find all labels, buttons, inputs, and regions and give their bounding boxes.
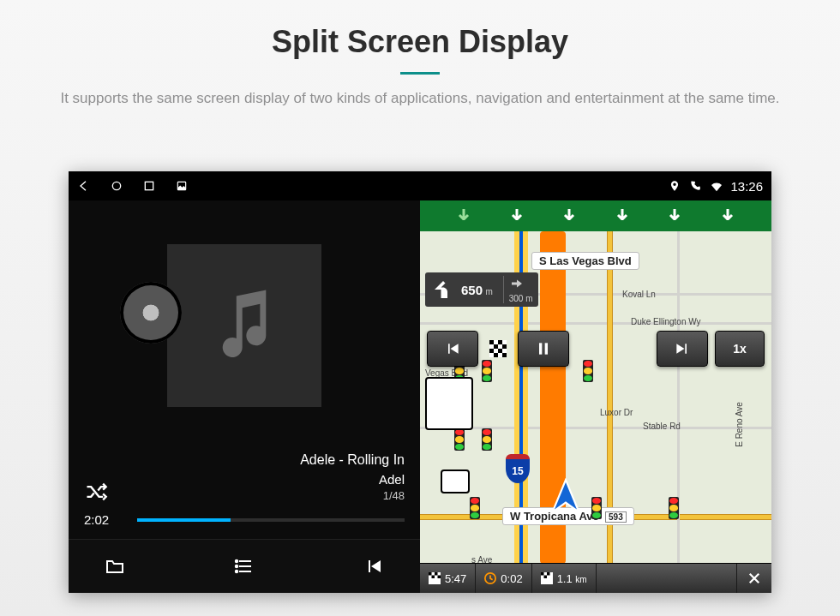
music-panel: Adele - Rolling In Adel 1/48 2:02 xyxy=(69,200,420,593)
page-title: Split Screen Display xyxy=(0,0,840,60)
system-nav xyxy=(77,179,189,193)
wifi-icon xyxy=(710,180,722,192)
street-text: Duke Ellington Wy xyxy=(631,317,701,326)
lane-guidance-bar xyxy=(420,200,771,231)
svg-rect-13 xyxy=(494,353,498,357)
svg-rect-16 xyxy=(545,343,548,354)
track-meta: Adele - Rolling In Adel 1/48 xyxy=(300,451,405,504)
nav-control-bar: 1x xyxy=(427,331,765,367)
track-artist: Adel xyxy=(300,470,405,488)
lane-arrow-icon xyxy=(666,207,683,224)
traffic-light-icon xyxy=(482,428,492,451)
lane-arrow-icon xyxy=(508,207,525,224)
album-art-area xyxy=(69,200,420,451)
eta-chip[interactable]: 5:47 xyxy=(420,564,476,593)
track-counter: 1/48 xyxy=(300,488,405,504)
back-icon[interactable] xyxy=(77,179,91,193)
svg-rect-21 xyxy=(438,576,441,579)
remaining-time-chip[interactable]: 0:02 xyxy=(476,564,531,593)
track-title: Adele - Rolling In xyxy=(300,451,405,469)
nav-bottom-bar: 5:47 0:02 1.1 km xyxy=(420,563,771,593)
playlist-icon[interactable] xyxy=(232,556,256,577)
music-note-icon xyxy=(210,286,279,365)
turn-instruction: 650 m 300 m xyxy=(425,272,538,307)
lane-arrow-icon xyxy=(614,207,631,224)
shuffle-icon[interactable] xyxy=(84,480,108,504)
svg-rect-18 xyxy=(429,572,432,576)
svg-rect-9 xyxy=(494,344,498,349)
disc-icon[interactable] xyxy=(120,282,182,344)
svg-point-5 xyxy=(236,571,237,572)
progress-bar[interactable] xyxy=(137,518,405,522)
svg-rect-20 xyxy=(432,576,435,579)
page-subtitle: It supports the same screen display of t… xyxy=(43,88,797,110)
svg-rect-1 xyxy=(145,182,153,189)
playback-speed-button[interactable]: 1x xyxy=(715,331,765,367)
navigation-panel: S Las Vegas Blvd W Tropicana Ave 593 Kov… xyxy=(420,200,771,593)
vehicle-cursor-icon xyxy=(547,478,585,516)
checkered-flag-icon xyxy=(485,332,511,366)
album-art-placeholder xyxy=(167,244,321,407)
nav-pause-button[interactable] xyxy=(518,331,569,367)
location-icon xyxy=(669,180,681,192)
status-bar: 13:26 xyxy=(69,171,771,200)
status-clock: 13:26 xyxy=(730,179,763,194)
nav-prev-button[interactable] xyxy=(427,331,478,367)
street-text: Luxor Dr xyxy=(600,408,633,417)
folder-icon[interactable] xyxy=(103,556,127,577)
gallery-icon[interactable] xyxy=(175,179,189,193)
title-underline xyxy=(400,72,440,75)
svg-rect-14 xyxy=(502,353,507,357)
distance-chip[interactable]: 1.1 km xyxy=(532,564,597,593)
music-bottom-bar xyxy=(69,539,420,593)
svg-rect-25 xyxy=(547,572,550,576)
svg-rect-24 xyxy=(541,572,544,576)
svg-point-4 xyxy=(236,565,237,567)
svg-rect-10 xyxy=(502,344,507,349)
svg-rect-7 xyxy=(489,340,494,344)
street-label: S Las Vegas Blvd xyxy=(531,252,639,270)
street-text: Koval Ln xyxy=(622,290,656,299)
svg-rect-11 xyxy=(489,349,494,353)
traffic-light-icon xyxy=(454,428,465,451)
nav-close-button[interactable] xyxy=(736,564,771,593)
road xyxy=(420,322,771,325)
map-canvas[interactable]: S Las Vegas Blvd W Tropicana Ave 593 Kov… xyxy=(420,231,771,564)
lane-arrow-icon xyxy=(719,207,736,224)
svg-rect-12 xyxy=(498,349,502,353)
street-text: E Reno Ave xyxy=(735,402,744,447)
svg-rect-26 xyxy=(543,576,547,579)
svg-rect-8 xyxy=(498,340,502,344)
speed-limit-sign: SPEED LIMIT 56 xyxy=(425,377,473,430)
street-text: Stable Rd xyxy=(643,422,681,431)
device-frame: 13:26 Ad xyxy=(69,171,771,593)
traffic-light-icon xyxy=(591,497,602,519)
svg-point-3 xyxy=(236,560,237,562)
svg-point-0 xyxy=(112,182,120,189)
previous-track-icon[interactable] xyxy=(362,556,386,577)
svg-rect-19 xyxy=(435,572,438,576)
nav-next-button[interactable] xyxy=(657,331,708,367)
progress-row: 2:02 xyxy=(69,509,420,539)
route-shield: 50 xyxy=(441,469,470,493)
lane-arrow-icon xyxy=(455,207,472,224)
lane-arrow-icon xyxy=(561,207,578,224)
home-icon[interactable] xyxy=(110,179,123,193)
svg-rect-15 xyxy=(539,343,542,354)
recents-icon[interactable] xyxy=(142,179,156,193)
highway-shield: 15 xyxy=(506,454,530,483)
phone-icon xyxy=(689,180,701,192)
traffic-light-icon xyxy=(669,497,679,519)
traffic-light-icon xyxy=(470,497,480,519)
elapsed-time: 2:02 xyxy=(84,512,125,527)
